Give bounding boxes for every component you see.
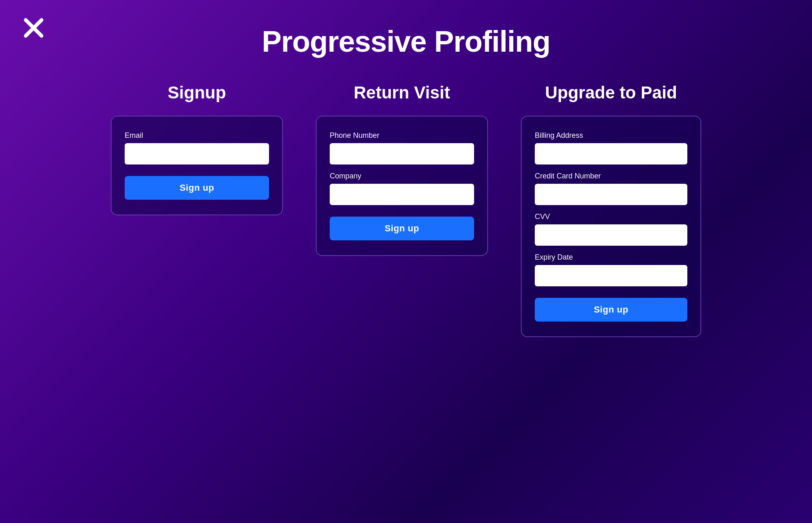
upgrade-column-title: Upgrade to Paid bbox=[545, 83, 677, 103]
app-logo bbox=[21, 16, 46, 40]
credit-card-label: Credit Card Number bbox=[535, 172, 687, 180]
phone-label: Phone Number bbox=[330, 131, 474, 140]
company-label: Company bbox=[330, 172, 474, 180]
upgrade-form-card: Billing Address Credit Card Number CVV E… bbox=[521, 116, 701, 337]
cvv-label: CVV bbox=[535, 212, 687, 221]
billing-address-label: Billing Address bbox=[535, 131, 687, 140]
signup-button-col2[interactable]: Sign up bbox=[330, 217, 474, 240]
signup-button-col1[interactable]: Sign up bbox=[125, 176, 269, 200]
return-visit-column-title: Return Visit bbox=[354, 83, 450, 103]
expiry-date-label: Expiry Date bbox=[535, 253, 687, 262]
email-field-wrapper: Email bbox=[125, 131, 269, 164]
signup-column: Signup Email Sign up bbox=[111, 83, 283, 215]
signup-button-col3[interactable]: Sign up bbox=[535, 298, 687, 322]
email-input[interactable] bbox=[125, 143, 269, 164]
billing-address-input[interactable] bbox=[535, 143, 687, 164]
return-visit-form-card: Phone Number Company Sign up bbox=[316, 116, 488, 256]
expiry-date-field-wrapper: Expiry Date bbox=[535, 253, 687, 286]
phone-input[interactable] bbox=[330, 143, 474, 164]
credit-card-field-wrapper: Credit Card Number bbox=[535, 172, 687, 205]
upgrade-column: Upgrade to Paid Billing Address Credit C… bbox=[521, 83, 701, 337]
phone-field-wrapper: Phone Number bbox=[330, 131, 474, 164]
company-field-wrapper: Company bbox=[330, 172, 474, 205]
columns-wrapper: Signup Email Sign up Return Visit Phone … bbox=[0, 83, 812, 337]
billing-address-field-wrapper: Billing Address bbox=[535, 131, 687, 164]
signup-form-card: Email Sign up bbox=[111, 116, 283, 215]
expiry-date-input[interactable] bbox=[535, 265, 687, 286]
company-input[interactable] bbox=[330, 184, 474, 205]
cvv-field-wrapper: CVV bbox=[535, 212, 687, 246]
page-title: Progressive Profiling bbox=[262, 25, 550, 58]
credit-card-input[interactable] bbox=[535, 184, 687, 205]
signup-column-title: Signup bbox=[168, 83, 226, 103]
return-visit-column: Return Visit Phone Number Company Sign u… bbox=[316, 83, 488, 256]
cvv-input[interactable] bbox=[535, 224, 687, 246]
email-label: Email bbox=[125, 131, 269, 140]
